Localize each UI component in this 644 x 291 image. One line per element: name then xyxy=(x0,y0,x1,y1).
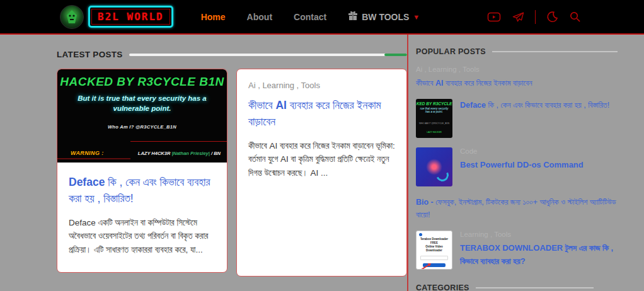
thumb-text: KED BY R3CYCLE xyxy=(416,101,452,106)
nav-contact[interactable]: Contact xyxy=(294,12,326,22)
post-category[interactable]: Ai , Learning , Tools xyxy=(248,81,395,90)
post-title-link[interactable]: Deface কি , কেন এবং কিভাবে ব্যবহার করা হ… xyxy=(69,174,216,207)
popular-post-categories[interactable]: Ai , Learning , Tools xyxy=(416,66,618,73)
popular-post-link[interactable]: Bio - ফেসবুক, ইনস্টাগ্রাম, টিকটকের জন্য … xyxy=(416,196,618,221)
main-nav: Home About Contact BW TOOLS ▼ xyxy=(201,11,420,23)
latest-posts-title: LATEST POSTS xyxy=(57,50,123,59)
moon-icon[interactable] xyxy=(546,11,558,23)
popular-post-text: Learning , Tools TERABOX DOWNLOADER টুলস… xyxy=(460,231,618,270)
categories-title: CATEGORIES xyxy=(416,283,469,291)
page-body: LATEST POSTS HACKED BY R3CYCLE B1N But i… xyxy=(0,35,644,291)
popular-post-item: Code Best Powerful DD-os Command xyxy=(416,147,618,186)
latest-posts-section: LATEST POSTS HACKED BY R3CYCLE B1N But i… xyxy=(57,35,407,291)
popular-post-thumbnail-terabox[interactable]: Terabox Downloader FREEOnline Video Down… xyxy=(416,231,452,270)
post-title-link[interactable]: কীভাবে AI ব্যবহার করে নিজের ইনকাম বাড়াব… xyxy=(248,97,395,130)
thumb-text: WHO AM I? @R3CYCLE_B1N xyxy=(416,122,452,125)
post-thumbnail-hacked[interactable]: HACKED BY R3CYCLE B1N But it is true tha… xyxy=(57,69,227,163)
site-logo[interactable]: B2L WORLD xyxy=(60,5,173,29)
thumb-text: LAZY H4CK3R xyxy=(416,131,452,134)
terabox-logo-icon xyxy=(419,233,422,236)
categories-divider xyxy=(476,287,594,288)
site-header: B2L WORLD Home About Contact BW TOOLS ▼ xyxy=(0,0,644,35)
hero-who-text: Who Am I? @R3CYCLE_B1N xyxy=(57,124,227,130)
chevron-down-icon: ▼ xyxy=(413,13,420,21)
popular-posts-title: POPULAR POSTS xyxy=(416,47,486,56)
logo-frame: B2L WORLD xyxy=(88,6,173,28)
youtube-icon[interactable] xyxy=(487,11,501,23)
categories-header: CATEGORIES xyxy=(416,283,618,291)
popular-posts-divider xyxy=(492,51,618,52)
post-card-deface: HACKED BY R3CYCLE B1N But it is true tha… xyxy=(57,69,227,273)
hero-warning-text: WARNING : xyxy=(71,150,104,156)
icon-divider xyxy=(535,10,536,24)
post-excerpt: Deface একটি অনলাইন বা কম্পিউটার সিস্টেমে… xyxy=(69,216,216,258)
thumb-text: rue that every security has a w point. xyxy=(416,107,452,113)
divider-green-cap xyxy=(384,54,407,56)
popular-post-link[interactable]: কীভাবে AI ব্যবহার করে নিজের ইনকাম বাড়াব… xyxy=(416,77,618,89)
search-icon[interactable] xyxy=(569,11,581,23)
hero-subtitle-text: But it is true that every security has a… xyxy=(57,93,227,113)
latest-posts-divider xyxy=(129,54,407,56)
hero-red-line-left xyxy=(57,158,130,159)
nav-home[interactable]: Home xyxy=(201,12,226,22)
post-card-body: Deface কি , কেন এবং কিভাবে ব্যবহার করা হ… xyxy=(57,163,227,272)
post-card-ai: Ai , Learning , Tools কীভাবে AI ব্যবহার … xyxy=(236,69,407,277)
latest-posts-header: LATEST POSTS xyxy=(57,50,407,59)
popular-post-text: Code Best Powerful DD-os Command xyxy=(460,147,584,186)
logo-text: B2L WORLD xyxy=(91,9,170,25)
thumb-input-box xyxy=(420,256,448,260)
posts-grid: HACKED BY R3CYCLE B1N But it is true tha… xyxy=(57,69,407,277)
nav-bw-tools[interactable]: BW TOOLS ▼ xyxy=(348,11,420,23)
popular-post-link[interactable]: TERABOX DOWNLOADER টুলস এর কাজ কি , কিভা… xyxy=(460,242,618,268)
nav-about[interactable]: About xyxy=(247,12,272,22)
hero-red-line-right xyxy=(130,141,227,142)
popular-post-item: KED BY R3CYCLE rue that every security h… xyxy=(416,99,618,138)
telegram-icon[interactable] xyxy=(512,11,524,23)
hero-credit-text: LAZY H4CK3R |Nathan Priesley| / BN xyxy=(138,151,221,156)
thumb-text: Terabox Downloader FREEOnline Video Down… xyxy=(419,237,449,252)
header-social-icons xyxy=(487,10,581,24)
gift-icon xyxy=(348,11,358,23)
hacker-logo-icon xyxy=(60,5,84,29)
hero-title-text: HACKED BY R3CYCLE B1N xyxy=(57,75,227,89)
post-excerpt: কীভাবে AI ব্যবহার করে নিজের ইনকাম বাড়াব… xyxy=(248,139,395,181)
popular-post-thumbnail-ddos[interactable] xyxy=(416,147,452,186)
popular-post-categories[interactable]: Learning , Tools xyxy=(460,231,618,238)
popular-post-thumbnail-hacked[interactable]: KED BY R3CYCLE rue that every security h… xyxy=(416,99,452,138)
thumb-header xyxy=(419,233,449,236)
popular-post-categories[interactable]: Code xyxy=(460,147,584,155)
post-card-body: Ai , Learning , Tools কীভাবে AI ব্যবহার … xyxy=(237,69,406,195)
popular-post-link[interactable]: Best Powerful DD-os Command xyxy=(460,159,584,172)
popular-post-item: Bio - ফেসবুক, ইনস্টাগ্রাম, টিকটকের জন্য … xyxy=(416,196,618,221)
popular-post-link[interactable]: Deface কি , কেন এবং কিভাবে ব্যবহার করা হ… xyxy=(460,99,609,138)
popular-posts-header: POPULAR POSTS xyxy=(416,47,618,56)
popular-post-item: Terabox Downloader FREEOnline Video Down… xyxy=(416,231,618,270)
hero-footer: WARNING : LAZY H4CK3R |Nathan Priesley| … xyxy=(57,150,227,156)
popular-post-item: Ai , Learning , Tools কীভাবে AI ব্যবহার … xyxy=(416,66,618,89)
sidebar: POPULAR POSTS Ai , Learning , Tools কীভা… xyxy=(407,35,644,291)
nav-bw-tools-label: BW TOOLS xyxy=(362,12,409,22)
